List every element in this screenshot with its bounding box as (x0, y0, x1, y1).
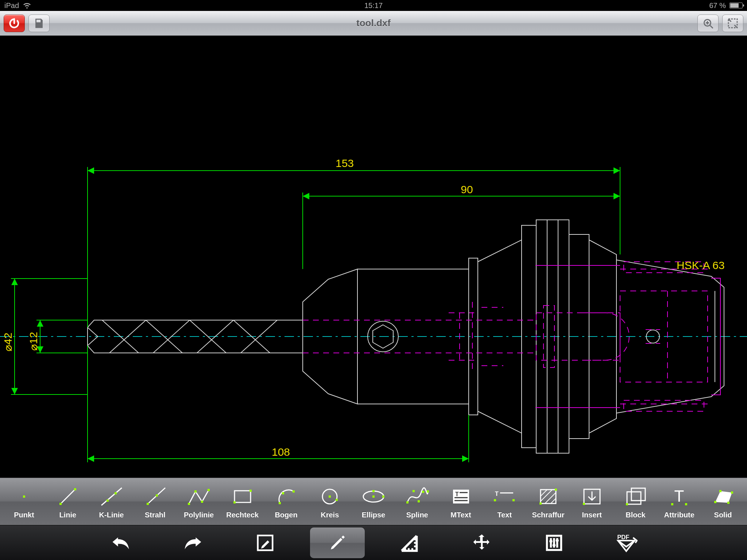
svg-rect-51 (147, 503, 149, 505)
tool-mtext[interactable]: T MText (442, 484, 480, 519)
svg-rect-59 (249, 490, 252, 492)
svg-rect-65 (336, 499, 338, 501)
draw-toolbar: Punkt Linie K-Linie Strahl Polylinie Rec… (0, 478, 747, 525)
svg-line-47 (101, 488, 122, 505)
svg-rect-72 (418, 500, 420, 502)
ray-icon (143, 484, 167, 509)
point-icon (13, 484, 35, 509)
svg-rect-89 (539, 502, 542, 505)
tool-polylinie[interactable]: Polylinie (180, 484, 218, 519)
svg-rect-64 (329, 495, 331, 498)
svg-rect-52 (156, 494, 158, 497)
svg-rect-61 (293, 490, 295, 493)
wifi-icon (23, 2, 31, 9)
solid-icon (712, 484, 734, 509)
svg-rect-97 (671, 503, 673, 505)
device-label: iPad (4, 1, 19, 10)
tool-bogen[interactable]: Bogen (267, 484, 305, 519)
zoom-window-button[interactable] (722, 15, 743, 32)
svg-rect-84 (541, 490, 556, 503)
svg-marker-99 (715, 491, 732, 503)
svg-rect-92 (583, 503, 585, 505)
svg-line-85 (541, 490, 552, 501)
svg-rect-82 (494, 499, 496, 501)
svg-rect-74 (427, 490, 429, 493)
export-pdf-button[interactable]: PDF (599, 528, 654, 558)
tool-spline[interactable]: Spline (398, 484, 436, 519)
svg-rect-43 (23, 495, 25, 498)
svg-rect-68 (382, 495, 384, 498)
svg-rect-100 (714, 501, 716, 503)
xline-icon (100, 484, 123, 509)
circle-icon (320, 484, 340, 509)
document-title: tool.dxf (356, 18, 391, 29)
tool-klinie[interactable]: K-Linie (93, 484, 131, 519)
pan-button[interactable] (454, 528, 509, 558)
svg-rect-53 (188, 503, 190, 505)
hatch-icon (538, 484, 558, 509)
svg-rect-69 (372, 490, 375, 492)
svg-text:T: T (455, 491, 459, 497)
svg-line-88 (551, 498, 556, 503)
svg-rect-58 (233, 501, 236, 503)
text-icon: T (494, 484, 515, 509)
svg-rect-48 (107, 499, 109, 502)
svg-rect-103 (727, 502, 729, 504)
tool-block[interactable]: Block (617, 484, 655, 519)
svg-rect-83 (512, 499, 515, 501)
tool-kreis[interactable]: Kreis (311, 484, 349, 519)
spline-icon (405, 484, 430, 509)
svg-rect-94 (631, 488, 645, 501)
redo-button[interactable] (166, 528, 220, 558)
tool-solid[interactable]: Solid (704, 484, 742, 519)
svg-text:PDF: PDF (617, 533, 629, 540)
svg-rect-55 (201, 501, 203, 503)
label-hsk: HSK-A 63 (677, 259, 725, 271)
edit-button[interactable] (238, 528, 293, 558)
insert-icon (582, 484, 602, 509)
svg-rect-73 (422, 491, 424, 493)
svg-rect-98 (685, 503, 687, 505)
block-icon (625, 484, 647, 509)
ellipse-icon (361, 484, 386, 509)
tool-rechteck[interactable]: Rechteck (224, 484, 262, 519)
svg-rect-93 (627, 492, 641, 504)
draw-mode-button[interactable] (310, 528, 365, 558)
undo-button[interactable] (93, 528, 148, 558)
svg-rect-95 (626, 503, 628, 505)
zoom-extents-button[interactable] (697, 15, 719, 32)
dim-90: 90 (461, 183, 473, 195)
tool-strahl[interactable]: Strahl (136, 484, 174, 519)
drawing-canvas[interactable]: 153 90 108 ⌀42 ⌀12 HSK-A 63 (0, 36, 747, 478)
svg-line-87 (545, 493, 556, 503)
tool-attribute[interactable]: T Attribute (660, 484, 698, 519)
tool-schraffur[interactable]: Schraffur (529, 484, 567, 519)
svg-rect-57 (235, 491, 251, 502)
settings-button[interactable] (527, 528, 581, 558)
attribute-icon: T (670, 484, 689, 509)
tool-ellipse[interactable]: Ellipse (355, 484, 392, 519)
app-toolbar: tool.dxf (0, 11, 747, 36)
svg-rect-102 (731, 491, 733, 494)
svg-rect-67 (372, 495, 375, 498)
power-button[interactable] (4, 15, 25, 32)
measure-button[interactable] (382, 528, 437, 558)
tool-insert[interactable]: Insert (573, 484, 611, 519)
ios-status-bar: iPad 15:17 67 % (0, 0, 747, 11)
dimensions (11, 167, 620, 462)
dim-108: 108 (272, 446, 290, 458)
mtext-icon: T (451, 484, 471, 509)
svg-rect-70 (406, 501, 409, 503)
dim-d42: ⌀42 (2, 332, 14, 351)
save-button[interactable] (28, 15, 50, 32)
action-bar: PDF (0, 525, 747, 560)
rectangle-icon (231, 484, 254, 509)
svg-rect-90 (555, 489, 557, 491)
svg-point-106 (549, 540, 553, 543)
dim-153: 153 (336, 157, 354, 169)
tool-linie[interactable]: Linie (49, 484, 87, 519)
tool-punkt[interactable]: Punkt (5, 484, 43, 519)
dim-d12: ⌀12 (27, 332, 39, 350)
tool-text[interactable]: T Text (485, 484, 523, 519)
svg-rect-71 (413, 490, 415, 492)
